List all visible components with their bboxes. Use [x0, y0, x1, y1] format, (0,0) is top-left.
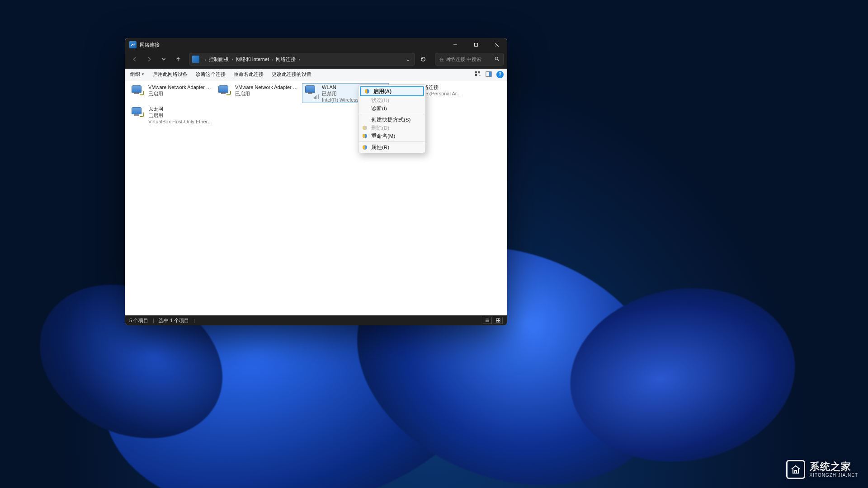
forward-button[interactable] — [143, 53, 156, 66]
cmd-diagnose[interactable]: 诊断这个连接 — [196, 71, 226, 78]
cmd-change-settings[interactable]: 更改此连接的设置 — [272, 71, 311, 78]
adapter-detail: VirtualBox Host-Only Ethernet ... — [148, 119, 213, 125]
svg-rect-14 — [496, 319, 498, 320]
menu-item-delete: 删除(D) — [359, 124, 425, 132]
shield-icon — [364, 89, 370, 94]
search-icon — [494, 56, 500, 62]
adapter-item[interactable]: VMware Network Adapter VMnet1已启用 — [128, 83, 215, 103]
refresh-button[interactable] — [417, 53, 429, 66]
status-selected-count: 选中 1 个项目 — [159, 317, 189, 324]
adapter-name: 以太网 — [148, 106, 213, 113]
watermark-name: 系统之家 — [810, 461, 859, 472]
maximize-button[interactable] — [466, 38, 486, 52]
menu-separator — [359, 114, 425, 114]
recent-locations-button[interactable] — [157, 53, 170, 66]
search-input[interactable]: 在 网络连接 中搜索 — [435, 53, 504, 66]
svg-line-5 — [498, 60, 499, 61]
search-placeholder: 在 网络连接 中搜索 — [439, 56, 481, 63]
svg-rect-15 — [499, 319, 500, 320]
titlebar[interactable]: 网络连接 — [125, 38, 507, 52]
network-adapter-icon — [131, 84, 145, 99]
network-adapter-icon — [131, 106, 145, 121]
adapter-status: 已启用 — [148, 113, 213, 119]
adapter-status: 已禁用 — [322, 91, 362, 97]
breadcrumb-segment[interactable]: 网络和 Internet — [236, 56, 269, 63]
menu-separator — [359, 141, 425, 142]
context-menu: 启用(A) 状态(U) 诊断(I) 创建快捷方式(S) 删除(D) 重命名( — [358, 84, 426, 153]
menu-item-status: 状态(U) — [359, 96, 425, 104]
svg-rect-7 — [478, 71, 480, 73]
status-bar: 5 个项目 | 选中 1 个项目 | — [125, 315, 507, 325]
help-button[interactable]: ? — [496, 71, 504, 78]
cmd-enable-device[interactable]: 启用此网络设备 — [153, 71, 188, 78]
status-item-count: 5 个项目 — [129, 317, 148, 324]
svg-rect-6 — [475, 71, 477, 73]
svg-point-4 — [495, 57, 498, 60]
menu-item-create-shortcut[interactable]: 创建快捷方式(S) — [359, 116, 425, 124]
cmd-rename[interactable]: 重命名此连接 — [234, 71, 264, 78]
chevron-right-icon: › — [231, 57, 233, 62]
shield-icon — [362, 145, 368, 150]
up-button[interactable] — [172, 53, 184, 66]
network-connections-window: 网络连接 › 控制面板 › 网络和 Internet › 网络连接 › ⌄ 在 … — [125, 38, 507, 325]
adapter-name: WLAN — [322, 84, 362, 91]
breadcrumb-segment[interactable]: 网络连接 — [276, 56, 296, 63]
minimize-button[interactable] — [445, 38, 466, 52]
control-panel-icon — [192, 56, 199, 63]
menu-item-properties[interactable]: 属性(R) — [359, 143, 425, 151]
menu-item-rename[interactable]: 重命名(M) — [359, 132, 425, 140]
watermark-logo-icon — [786, 460, 805, 479]
view-options-button[interactable] — [475, 71, 481, 78]
back-button[interactable] — [128, 53, 141, 66]
large-icons-view-button[interactable] — [494, 317, 503, 324]
close-button[interactable] — [486, 38, 507, 52]
menu-item-enable[interactable]: 启用(A) — [360, 86, 424, 96]
adapter-list: VMware Network Adapter VMnet1已启用VMware N… — [125, 80, 507, 315]
chevron-right-icon: › — [205, 57, 206, 62]
svg-rect-1 — [475, 43, 478, 47]
adapter-name: VMware Network Adapter VMnet1 — [148, 84, 213, 91]
svg-rect-17 — [499, 321, 500, 323]
watermark-url: XITONGZHIJIA.NET — [810, 473, 859, 478]
command-bar: 组织▼ 启用此网络设备 诊断这个连接 重命名此连接 更改此连接的设置 ? — [125, 69, 507, 80]
address-bar[interactable]: › 控制面板 › 网络和 Internet › 网络连接 › ⌄ — [189, 53, 415, 66]
preview-pane-button[interactable] — [486, 71, 492, 78]
details-view-button[interactable] — [483, 317, 492, 324]
menu-item-diagnose[interactable]: 诊断(I) — [359, 104, 425, 113]
chevron-right-icon: › — [298, 57, 300, 62]
breadcrumb-segment[interactable]: 控制面板 — [209, 56, 229, 63]
chevron-down-icon: ▼ — [141, 72, 145, 76]
window-title: 网络连接 — [140, 42, 160, 48]
adapter-status: 已启用 — [235, 91, 300, 97]
navigation-bar: › 控制面板 › 网络和 Internet › 网络连接 › ⌄ 在 网络连接 … — [125, 52, 507, 69]
adapter-status: 已启用 — [148, 91, 213, 97]
svg-rect-10 — [489, 71, 491, 76]
adapter-item[interactable]: VMware Network Adapter VMnet8已启用 — [215, 83, 302, 103]
watermark: 系统之家 XITONGZHIJIA.NET — [786, 460, 859, 479]
shield-icon — [362, 125, 368, 131]
network-adapter-icon — [304, 84, 319, 99]
svg-rect-8 — [475, 74, 477, 76]
svg-rect-16 — [496, 321, 498, 323]
adapter-name: VMware Network Adapter VMnet8 — [235, 84, 300, 91]
app-icon — [129, 41, 137, 48]
address-history-button[interactable]: ⌄ — [404, 55, 412, 64]
adapter-detail: Intel(R) Wireless-/ — [322, 97, 362, 103]
network-adapter-icon — [217, 84, 232, 99]
organize-menu[interactable]: 组织▼ — [130, 71, 145, 78]
shield-icon — [362, 133, 368, 139]
chevron-right-icon: › — [272, 57, 273, 62]
adapter-item[interactable]: 以太网已启用VirtualBox Host-Only Ethernet ... — [128, 105, 215, 125]
